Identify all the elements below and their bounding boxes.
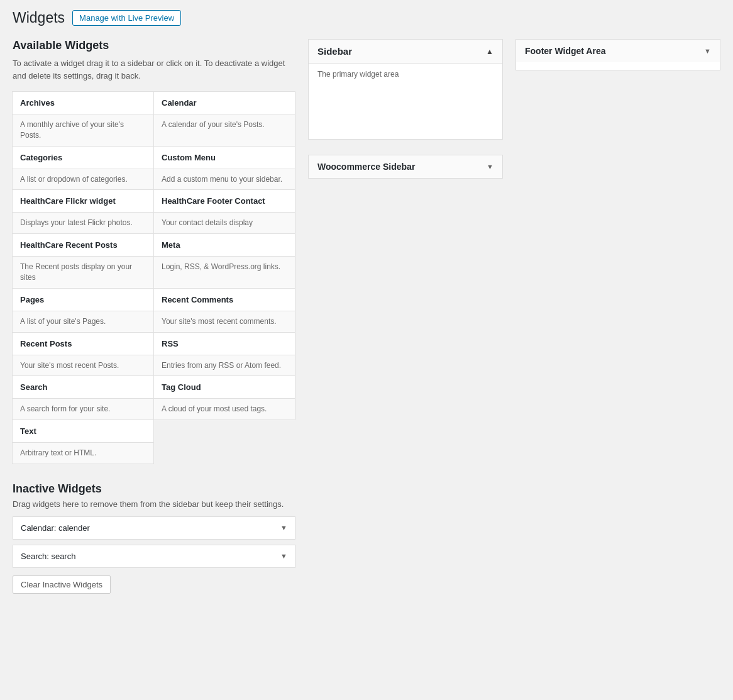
widget-item[interactable]: Calendar A calendar of your site's Posts… bbox=[153, 91, 295, 147]
widget-desc: Add a custom menu to your sidebar. bbox=[154, 169, 295, 190]
widget-item[interactable]: Pages A list of your site's Pages. bbox=[12, 288, 154, 333]
live-preview-button[interactable]: Manage with Live Preview bbox=[72, 10, 181, 26]
sidebar-area-desc: The primary widget area bbox=[309, 64, 502, 85]
woocommerce-arrow-icon: ▼ bbox=[487, 163, 493, 170]
widget-name[interactable]: Tag Cloud bbox=[154, 376, 295, 399]
inactive-widget-item[interactable]: Search: search ▼ bbox=[13, 545, 295, 568]
widget-desc: Displays your latest Flickr photos. bbox=[13, 213, 153, 233]
widget-desc: Your site's most recent Posts. bbox=[13, 355, 153, 376]
widget-name[interactable]: RSS bbox=[154, 333, 295, 355]
widget-item[interactable]: HealthCare Footer Contact Your contact d… bbox=[153, 189, 295, 234]
widget-name[interactable]: Recent Comments bbox=[154, 289, 295, 311]
widget-desc: A search form for your site. bbox=[13, 399, 153, 419]
widget-desc: A calendar of your site's Posts. bbox=[154, 114, 295, 135]
widget-name[interactable]: HealthCare Flickr widget bbox=[13, 190, 153, 213]
widget-desc: A monthly archive of your site's Posts. bbox=[13, 114, 153, 146]
available-widgets-panel: Available Widgets To activate a widget d… bbox=[13, 39, 295, 594]
inactive-widgets-list: Calendar: calender ▼ Search: search ▼ bbox=[13, 516, 295, 568]
widget-desc: Arbitrary text or HTML. bbox=[13, 443, 153, 464]
widget-desc: Your contact details display bbox=[154, 213, 295, 233]
woocommerce-sidebar-title: Woocommerce Sidebar bbox=[317, 162, 415, 172]
inactive-widget-item[interactable]: Calendar: calender ▼ bbox=[13, 516, 295, 540]
available-widgets-desc: To activate a widget drag it to a sideba… bbox=[13, 57, 295, 82]
footer-widget-header[interactable]: Footer Widget Area ▼ bbox=[516, 40, 720, 62]
widget-item[interactable]: Meta Login, RSS, & WordPress.org links. bbox=[153, 233, 295, 289]
widget-item[interactable]: Archives A monthly archive of your site'… bbox=[12, 91, 154, 147]
widget-desc: Login, RSS, & WordPress.org links. bbox=[154, 257, 295, 277]
widget-item[interactable]: HealthCare Flickr widget Displays your l… bbox=[12, 189, 154, 234]
widget-desc: The Recent posts display on your sites bbox=[13, 257, 153, 288]
widget-desc: Your site's most recent comments. bbox=[154, 311, 295, 332]
footer-widget-arrow-icon: ▼ bbox=[704, 47, 711, 55]
woocommerce-sidebar-header[interactable]: Woocommerce Sidebar ▼ bbox=[309, 155, 502, 178]
widget-item[interactable]: Search A search form for your site. bbox=[12, 375, 154, 420]
widget-name[interactable]: Search bbox=[13, 376, 153, 399]
widget-item[interactable]: RSS Entries from any RSS or Atom feed. bbox=[153, 332, 295, 377]
page-title: Widgets bbox=[13, 9, 65, 26]
widget-desc: A list of your site's Pages. bbox=[13, 311, 153, 332]
inactive-widgets-desc: Drag widgets here to remove them from th… bbox=[13, 499, 295, 509]
widget-name[interactable]: HealthCare Recent Posts bbox=[13, 234, 153, 257]
widget-name[interactable]: Categories bbox=[13, 147, 153, 169]
widget-item[interactable]: HealthCare Recent Posts The Recent posts… bbox=[12, 233, 154, 289]
widget-name[interactable]: Meta bbox=[154, 234, 295, 257]
available-widgets-title: Available Widgets bbox=[13, 39, 295, 52]
inactive-widget-label: Calendar: calender bbox=[21, 523, 90, 533]
widget-item[interactable]: Recent Posts Your site's most recent Pos… bbox=[12, 332, 154, 377]
widget-item[interactable]: Text Arbitrary text or HTML. bbox=[12, 419, 154, 464]
widget-name[interactable]: Custom Menu bbox=[154, 147, 295, 169]
widget-desc: A list or dropdown of categories. bbox=[13, 169, 153, 190]
widget-item[interactable]: Tag Cloud A cloud of your most used tags… bbox=[153, 375, 295, 420]
widget-name[interactable]: HealthCare Footer Contact bbox=[154, 190, 295, 213]
widget-name[interactable]: Recent Posts bbox=[13, 333, 153, 355]
footer-widget-area: Footer Widget Area ▼ bbox=[515, 39, 720, 70]
widget-item[interactable]: Categories A list or dropdown of categor… bbox=[12, 146, 154, 191]
sidebar-area-title: Sidebar bbox=[317, 46, 352, 57]
clear-inactive-button[interactable]: Clear Inactive Widgets bbox=[13, 575, 111, 594]
woocommerce-sidebar-area: Woocommerce Sidebar ▼ bbox=[308, 155, 503, 179]
right-panel: Sidebar ▲ The primary widget area Woocom… bbox=[308, 39, 720, 179]
widget-name[interactable]: Text bbox=[13, 420, 153, 443]
inactive-widgets-section: Inactive Widgets Drag widgets here to re… bbox=[13, 482, 295, 594]
widget-item[interactable]: Recent Comments Your site's most recent … bbox=[153, 288, 295, 333]
inactive-widget-label: Search: search bbox=[21, 552, 75, 561]
sidebar-area: Sidebar ▲ The primary widget area bbox=[308, 39, 503, 140]
widget-desc: Entries from any RSS or Atom feed. bbox=[154, 355, 295, 376]
inactive-widget-arrow-icon: ▼ bbox=[280, 552, 287, 560]
widget-item[interactable]: Custom Menu Add a custom menu to your si… bbox=[153, 146, 295, 191]
sidebar-area-header[interactable]: Sidebar ▲ bbox=[309, 40, 502, 64]
sidebar-arrow-icon: ▲ bbox=[486, 47, 493, 56]
footer-widget-title: Footer Widget Area bbox=[525, 46, 605, 56]
widget-name[interactable]: Pages bbox=[13, 289, 153, 311]
widgets-grid: Archives A monthly archive of your site'… bbox=[13, 91, 295, 464]
inactive-widgets-title: Inactive Widgets bbox=[13, 482, 295, 496]
widget-desc: A cloud of your most used tags. bbox=[154, 399, 295, 419]
widget-name[interactable]: Archives bbox=[13, 92, 153, 114]
inactive-widget-arrow-icon: ▼ bbox=[280, 524, 287, 531]
sidebar-column: Sidebar ▲ The primary widget area Woocom… bbox=[308, 39, 503, 179]
widget-name[interactable]: Calendar bbox=[154, 92, 295, 114]
